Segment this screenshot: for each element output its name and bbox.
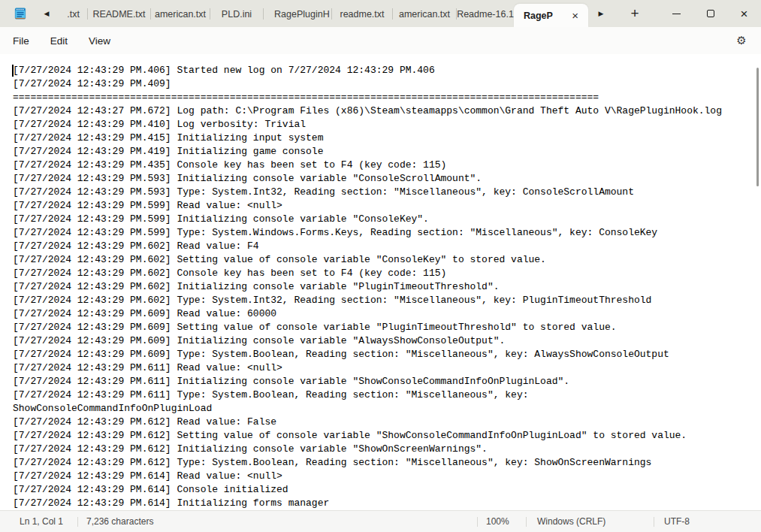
status-separator [526,517,527,527]
titlebar-drag-area [647,0,660,27]
menu-bar: File Edit View ⚙ [0,27,761,54]
status-separator [77,517,78,527]
text-editor-area[interactable]: [7/27/2024 12:43:29 PM.406] Started new … [0,54,761,510]
close-icon: × [741,8,748,20]
tab-pld-ini[interactable]: PLD.ini [210,0,263,27]
tab-readme2-txt[interactable]: readme.txt [332,0,392,27]
tab-close-icon[interactable]: × [569,9,581,22]
tab-bar: ◀ .txt README.txt american.txt PLD.ini R… [0,0,761,27]
cursor-position-status: Ln 1, Col 1 [20,511,63,532]
status-separator [477,517,478,527]
maximize-button[interactable] [693,0,727,27]
tab-label: RagePluginH [274,9,330,20]
tab-label: american.txt [155,9,206,20]
tab-txt[interactable]: .txt [59,0,87,27]
vertical-scrollbar-thumb[interactable] [756,68,759,186]
maximize-icon [707,10,714,17]
close-button[interactable]: × [727,0,761,27]
tab-label: .txt [67,9,80,20]
tab-label: american.txt [399,9,450,20]
tab-scroll-right-icon: ▶ [599,10,604,17]
tab-scroll-right-button[interactable]: ▶ [588,0,614,27]
tab-scroll-left-button[interactable]: ◀ [34,0,59,27]
notepad-window: ◀ .txt README.txt american.txt PLD.ini R… [0,0,761,532]
tab-american-txt[interactable]: american.txt [151,0,210,27]
line-ending-status[interactable]: Windows (CRLF) [537,511,605,532]
plus-icon: + [630,5,639,22]
tab-american2-txt[interactable]: american.txt [393,0,456,27]
tab-label: Readme-16.1 [457,9,514,20]
tab-label: README.txt [92,9,145,20]
zoom-level-status[interactable]: 100% [486,511,509,532]
menu-view[interactable]: View [81,32,118,50]
log-text-content: [7/27/2024 12:43:29 PM.406] Started new … [0,54,761,510]
tab-scroll-left-icon: ◀ [44,10,50,17]
tab-rageplugin[interactable]: RagePluginH [264,0,331,27]
encoding-status[interactable]: UTF-8 [664,511,690,532]
tab-label: readme.txt [340,9,384,20]
status-bar: Ln 1, Col 1 7,236 characters 100% Window… [0,510,761,532]
text-caret [12,65,14,77]
settings-button[interactable]: ⚙ [731,31,752,50]
minimize-button[interactable] [660,0,693,27]
minimize-icon [672,14,681,14]
tab-readme-txt[interactable]: README.txt [88,0,150,27]
new-tab-button[interactable]: + [623,0,647,27]
menu-file[interactable]: File [5,32,37,50]
tab-label: PLD.ini [222,9,252,20]
active-tab-label: RageP [524,11,553,21]
tab-rageplugin-active[interactable]: RageP × [514,4,588,27]
menu-edit[interactable]: Edit [43,32,75,50]
notepad-app-icon [13,6,28,21]
gear-icon: ⚙ [736,34,746,47]
tab-readme-16[interactable]: Readme-16.1 [457,0,514,27]
status-separator [654,517,654,527]
character-count-status: 7,236 characters [86,511,153,532]
